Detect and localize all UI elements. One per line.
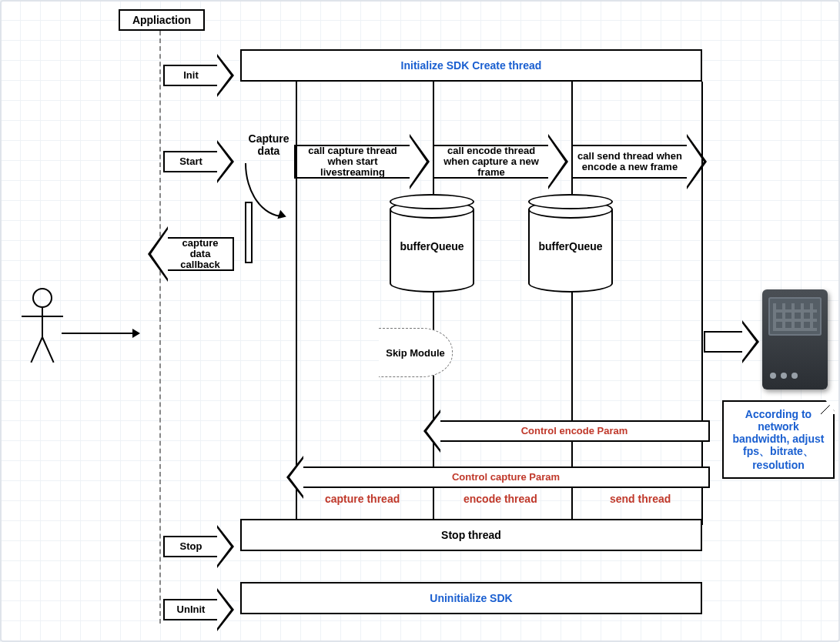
server-icon	[762, 289, 828, 390]
capture-data-label: Capture data	[242, 132, 296, 157]
control-encode-arrow: Control encode Param	[423, 410, 710, 453]
callback-label: capture data callback	[168, 237, 234, 271]
init-bar: Initialize SDK Create thread	[240, 49, 702, 82]
lifeline-dashed	[159, 31, 161, 624]
init-label: Init	[163, 65, 217, 86]
start-label: Start	[163, 151, 217, 172]
stop-bar: Stop thread	[240, 519, 702, 551]
to-server-arrow	[704, 320, 759, 363]
pipeline-step1-label: call capture thread when start livestrea…	[294, 145, 410, 179]
thread-encode-label: encode thread	[464, 493, 537, 505]
buffer-queue-2: bufferQueue	[528, 200, 613, 293]
application-label: Appliaction	[119, 9, 205, 31]
actor-arrow	[62, 333, 139, 334]
capture-activation-bar	[245, 202, 253, 263]
uninit-arrow: UnInit	[163, 588, 234, 631]
server-note: According to network bandwidth, adjust f…	[722, 400, 835, 479]
pipeline-step3-label: call send thread when encode a new frame	[571, 145, 687, 179]
buffer1-label: bufferQueue	[390, 209, 474, 283]
stop-arrow: Stop	[163, 525, 234, 568]
thread-capture-label: capture thread	[325, 493, 400, 505]
thread-send-label: send thread	[610, 493, 671, 505]
pipeline-step2-label: call encode thread when capture a new fr…	[433, 145, 548, 179]
pipeline-step3-arrow: call send thread when encode a new frame	[571, 134, 707, 189]
buffer-queue-1: bufferQueue	[390, 200, 474, 293]
pipeline-step1-arrow: call capture thread when start livestrea…	[294, 134, 430, 189]
uninit-label: UnInit	[163, 599, 217, 620]
uninit-bar: Uninitialize SDK	[240, 582, 702, 614]
skip-module: Skip Module	[379, 328, 453, 377]
buffer2-label: bufferQueue	[528, 209, 613, 283]
actor-icon	[22, 288, 63, 337]
stop-label: Stop	[163, 536, 217, 557]
control-encode-label: Control encode Param	[440, 420, 710, 442]
control-capture-label: Control capture Param	[303, 466, 710, 488]
start-arrow: Start	[163, 140, 234, 183]
init-arrow: Init	[163, 54, 234, 97]
callback-arrow: capture data callback	[148, 226, 234, 282]
pipeline-step2-arrow: call encode thread when capture a new fr…	[433, 134, 568, 189]
